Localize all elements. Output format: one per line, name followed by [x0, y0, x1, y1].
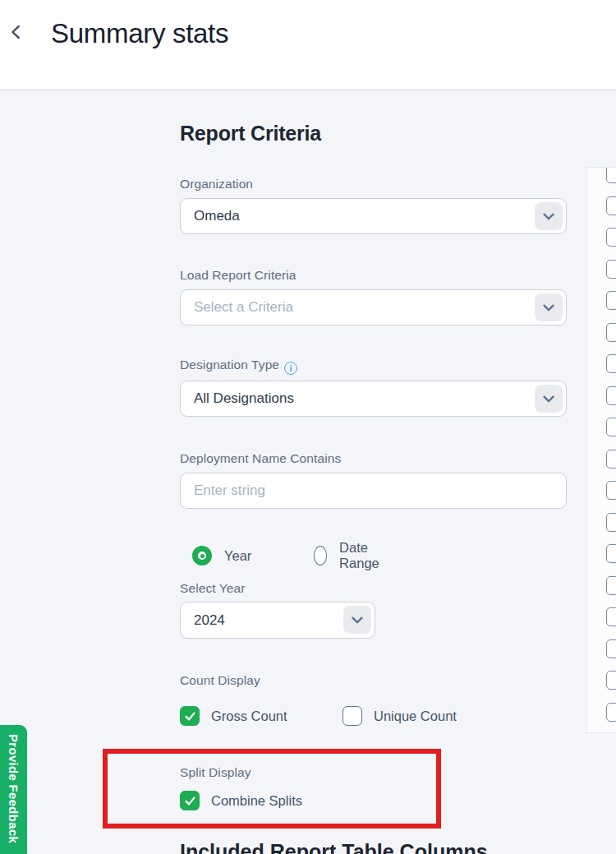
report-column-checkbox[interactable] — [606, 576, 616, 595]
gross-count-checkbox[interactable] — [180, 706, 200, 726]
chevron-down-icon[interactable] — [535, 202, 563, 230]
gross-count-label: Gross Count — [211, 709, 287, 724]
report-column-checkbox[interactable] — [606, 703, 616, 722]
deployment-name-label: Deployment Name Contains — [180, 451, 341, 466]
report-columns-panel — [586, 167, 616, 733]
report-column-checkbox[interactable] — [606, 639, 616, 658]
report-column-checkbox[interactable] — [606, 544, 616, 563]
chevron-down-icon[interactable] — [343, 606, 371, 634]
designation-type-select-value: All Designations — [194, 390, 294, 407]
report-column-checkbox[interactable] — [606, 418, 616, 436]
organization-select-value: Omeda — [194, 208, 240, 224]
unique-count-checkbox[interactable] — [342, 706, 362, 726]
report-column-checkbox[interactable] — [606, 607, 616, 626]
chevron-down-icon[interactable] — [535, 293, 563, 321]
report-column-checkbox[interactable] — [606, 481, 616, 500]
page: Summary stats Report Criteria Organizati… — [0, 0, 616, 854]
load-report-criteria-placeholder: Select a Criteria — [194, 299, 293, 316]
radio-date-range-circle[interactable] — [314, 546, 327, 565]
combine-splits-checkbox[interactable] — [180, 791, 200, 810]
report-criteria-heading: Report Criteria — [180, 122, 321, 145]
report-column-checkbox[interactable] — [606, 323, 616, 342]
highlight-box — [103, 749, 441, 829]
select-year-value: 2024 — [194, 612, 225, 629]
chevron-left-icon — [7, 23, 25, 44]
page-header: Summary stats — [0, 0, 616, 91]
feedback-tab[interactable]: Provide Feedback — [0, 725, 27, 854]
report-column-checkbox[interactable] — [606, 291, 616, 310]
included-report-table-columns-heading: Included Report Table Columns — [180, 840, 488, 854]
report-column-checkbox[interactable] — [606, 513, 616, 532]
radio-year-circle[interactable] — [192, 546, 212, 565]
radio-date-range[interactable]: Date Range — [314, 545, 386, 566]
designation-type-label-text: Designation Type — [180, 358, 279, 372]
radio-year[interactable]: Year — [192, 545, 251, 566]
report-column-checkbox[interactable] — [606, 196, 616, 215]
radio-year-label: Year — [224, 548, 251, 564]
page-title: Summary stats — [51, 18, 228, 49]
deployment-name-input[interactable]: Enter string — [180, 473, 567, 509]
designation-type-label: Designation Typei — [180, 358, 297, 375]
organization-select[interactable]: Omeda — [180, 198, 567, 234]
select-year-label: Select Year — [180, 581, 246, 596]
split-display-label: Split Display — [180, 765, 251, 780]
report-column-checkbox[interactable] — [606, 354, 616, 373]
report-column-checkbox[interactable] — [606, 671, 616, 690]
back-button[interactable] — [5, 22, 28, 45]
combine-splits-label: Combine Splits — [211, 793, 302, 809]
deployment-name-placeholder: Enter string — [194, 482, 265, 499]
checkbox-gross-count[interactable]: Gross Count — [180, 706, 287, 726]
report-column-checkbox[interactable] — [606, 386, 616, 405]
load-report-criteria-select[interactable]: Select a Criteria — [180, 289, 567, 325]
checkbox-combine-splits[interactable]: Combine Splits — [180, 791, 302, 810]
report-column-checkbox[interactable] — [606, 260, 616, 279]
select-year-select[interactable]: 2024 — [180, 602, 375, 639]
check-icon — [183, 794, 197, 808]
report-column-checkbox[interactable] — [606, 228, 616, 247]
check-icon — [183, 709, 197, 723]
feedback-tab-label: Provide Feedback — [7, 725, 21, 854]
radio-date-range-label: Date Range — [339, 540, 386, 571]
load-report-criteria-label: Load Report Criteria — [180, 268, 297, 283]
designation-type-select[interactable]: All Designations — [180, 381, 567, 417]
organization-label: Organization — [180, 177, 253, 192]
chevron-down-icon[interactable] — [535, 385, 563, 413]
checkbox-unique-count[interactable]: Unique Count — [342, 706, 457, 726]
report-column-checkbox[interactable] — [606, 167, 616, 183]
count-display-label: Count Display — [180, 673, 260, 688]
report-column-checkbox[interactable] — [606, 450, 616, 469]
unique-count-label: Unique Count — [374, 709, 457, 724]
info-icon[interactable]: i — [284, 362, 297, 375]
